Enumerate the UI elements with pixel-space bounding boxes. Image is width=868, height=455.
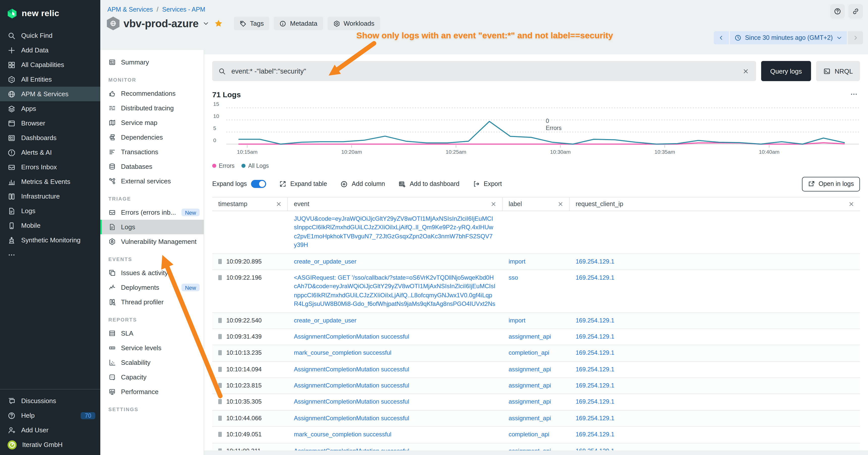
cell-label-link[interactable]: assignment_api <box>508 333 551 340</box>
table-row[interactable]: 10:10:23.815AssignmentCompletionMutation… <box>212 378 860 394</box>
open-in-logs-button[interactable]: Open in logs <box>802 176 860 191</box>
table-row[interactable]: 10:09:22.196<ASGIRequest: GET '/sso/call… <box>212 270 860 313</box>
sidebar-item-dashboards[interactable]: Dashboards <box>0 130 100 145</box>
cell-event-link[interactable]: AssignmentCompletionMutation successful <box>294 382 409 389</box>
subnav-item-service-levels[interactable]: Service levels <box>100 340 204 355</box>
sidebar-item-iterativ-gmbh[interactable]: Iterativ GmbH <box>0 437 100 452</box>
cell-event-link[interactable]: create_or_update_user <box>294 317 356 324</box>
expand-table-button[interactable]: Expand table <box>279 181 327 188</box>
table-row[interactable]: 10:10:14.094AssignmentCompletionMutation… <box>212 361 860 378</box>
cell-label-link[interactable]: assignment_api <box>508 398 551 405</box>
nrql-button[interactable]: NRQL <box>816 61 860 81</box>
cell-label-link[interactable]: assignment_api <box>508 447 551 451</box>
subnav-item-sla[interactable]: SLA <box>100 326 204 340</box>
cell-event-link[interactable]: create_or_update_user <box>294 258 356 265</box>
breadcrumb-link-services-apm[interactable]: Services - APM <box>162 6 206 13</box>
sidebar-item-apps[interactable]: Apps <box>0 101 100 116</box>
remove-request-client-ip-column-button[interactable] <box>848 200 855 207</box>
table-row[interactable]: 10:09:22.540create_or_update_userimport1… <box>212 313 860 329</box>
sidebar-item-synthetic-monitoring[interactable]: Synthetic Monitoring <box>0 233 100 248</box>
time-forward-button[interactable] <box>848 31 863 44</box>
cell-event-link[interactable]: mark_course_completion successful <box>294 431 392 438</box>
subnav-item-performance[interactable]: Performance <box>100 385 204 399</box>
entity-switcher-chevron-icon[interactable] <box>203 20 209 27</box>
add-to-dashboard-button[interactable]: Add to dashboard <box>398 180 460 188</box>
subnav-item-scalability[interactable]: Scalability <box>100 355 204 370</box>
cell-label-link[interactable]: import <box>508 317 526 324</box>
table-row[interactable]: 10:11:00.311AssignmentCompletionMutation… <box>212 443 860 451</box>
cell-event-link[interactable]: AssignmentCompletionMutation successful <box>294 365 409 372</box>
table-row[interactable]: 10:10:44.066AssignmentCompletionMutation… <box>212 411 860 427</box>
cell-ip-link[interactable]: 169.254.129.1 <box>576 317 615 324</box>
tags-button[interactable]: Tags <box>234 17 270 30</box>
cell-ip-link[interactable]: 169.254.129.1 <box>576 274 615 281</box>
subnav-item-errors-errors-inb[interactable]: Errors (errors inb...New <box>100 205 204 220</box>
sidebar-item-infrastructure[interactable]: Infrastructure <box>0 189 100 203</box>
permalink-button[interactable] <box>848 4 863 19</box>
subnav-item-recommendations[interactable]: Recommendations <box>100 86 204 101</box>
cell-ip-link[interactable]: 169.254.129.1 <box>576 258 615 265</box>
cell-event-link[interactable]: AssignmentCompletionMutation successful <box>294 415 409 422</box>
cell-label-link[interactable]: assignment_api <box>508 382 551 389</box>
table-row[interactable]: JUQVU&code=eyJraWQiOiJjcGltY29yZV8wOTI1M… <box>212 211 860 254</box>
cell-label-link[interactable]: assignment_api <box>508 365 551 372</box>
metadata-button[interactable]: Metadata <box>274 17 323 30</box>
cell-ip-link[interactable]: 169.254.129.1 <box>576 398 615 405</box>
favorite-star-icon[interactable] <box>214 19 223 28</box>
help-circle-button[interactable] <box>830 4 845 19</box>
sidebar-item-discussions[interactable]: Discussions <box>0 393 100 408</box>
logs-chart[interactable]: 05101510:15am10:20am10:25am10:30am10:35a… <box>212 101 860 161</box>
sidebar-item-all-entities[interactable]: All Entities <box>0 72 100 87</box>
subnav-item-transactions[interactable]: Transactions <box>100 144 204 159</box>
cell-ip-link[interactable]: 169.254.129.1 <box>576 382 615 389</box>
sidebar-item-mobile[interactable]: Mobile <box>0 218 100 233</box>
sidebar-item-quick-find[interactable]: Quick Find <box>0 28 100 43</box>
cell-event-link[interactable]: JUQVU&code=eyJraWQiOiJjcGltY29yZV8wOTI1M… <box>294 215 493 249</box>
legend-item-all-logs[interactable]: All Logs <box>242 163 269 169</box>
cell-ip-link[interactable]: 169.254.129.1 <box>576 415 615 422</box>
subnav-item-deployments[interactable]: DeploymentsNew <box>100 280 204 295</box>
cell-label-link[interactable]: import <box>508 258 526 265</box>
cell-event-link[interactable]: AssignmentCompletionMutation successful <box>294 333 409 340</box>
sidebar-item-add-user[interactable]: Add User <box>0 423 100 437</box>
sidebar-item-errors-inbox[interactable]: Errors Inbox <box>0 160 100 174</box>
sidebar-item-metrics-events[interactable]: Metrics & Events <box>0 174 100 189</box>
query-logs-button[interactable]: Query logs <box>761 61 811 81</box>
breadcrumb-link-apm-services[interactable]: APM & Services <box>107 6 153 13</box>
subnav-item-summary[interactable]: Summary <box>100 55 204 69</box>
subnav-item-dependencies[interactable]: Dependencies <box>100 130 204 144</box>
expand-logs-toggle[interactable] <box>251 180 266 188</box>
cell-ip-link[interactable]: 169.254.129.1 <box>576 431 615 438</box>
sidebar-item-logs[interactable]: Logs <box>0 203 100 218</box>
time-range-button[interactable]: Since 30 minutes ago (GMT+2) <box>730 31 847 44</box>
panel-menu-button[interactable] <box>848 89 860 99</box>
table-row[interactable]: 10:09:20.895create_or_update_userimport1… <box>212 254 860 270</box>
cell-event-link[interactable]: AssignmentCompletionMutation successful <box>294 447 409 451</box>
sidebar-item-apm-services[interactable]: APM & Services <box>0 87 100 101</box>
sidebar-item-alerts-ai[interactable]: Alerts & AI <box>0 145 100 160</box>
subnav-item-service-map[interactable]: Service map <box>100 116 204 130</box>
subnav-item-issues-activity[interactable]: Issues & activity <box>100 265 204 280</box>
table-row[interactable]: 10:10:13.235mark_course_completion succe… <box>212 346 860 362</box>
sidebar-item-help[interactable]: Help70 <box>0 408 100 423</box>
cell-label-link[interactable]: assignment_api <box>508 415 551 422</box>
subnav-item-capacity[interactable]: Capacity <box>100 370 204 385</box>
subnav-item-vulnerability-management[interactable]: Vulnerability Management <box>100 234 204 249</box>
sidebar-item-browser[interactable]: Browser <box>0 116 100 130</box>
cell-label-link[interactable]: completion_api <box>508 431 549 438</box>
cell-label-link[interactable]: completion_api <box>508 350 549 357</box>
sidebar-item-add-data[interactable]: Add Data <box>0 43 100 58</box>
cell-event-link[interactable]: <ASGIRequest: GET '/sso/callback/?state=… <box>294 274 496 307</box>
cell-ip-link[interactable]: 169.254.129.1 <box>576 350 615 357</box>
clear-query-button[interactable] <box>742 67 750 75</box>
logs-query-input[interactable] <box>230 67 737 75</box>
cell-ip-link[interactable]: 169.254.129.1 <box>576 365 615 372</box>
subnav-item-distributed-tracing[interactable]: Distributed tracing <box>100 101 204 116</box>
remove-label-column-button[interactable] <box>557 200 564 207</box>
subnav-item-databases[interactable]: Databases <box>100 159 204 174</box>
cell-event-link[interactable]: AssignmentCompletionMutation successful <box>294 398 409 405</box>
subnav-item-logs[interactable]: Logs <box>100 220 204 234</box>
subnav-item-thread-profiler[interactable]: Thread profiler <box>100 295 204 310</box>
table-row[interactable]: 10:10:35.305AssignmentCompletionMutation… <box>212 394 860 411</box>
add-column-button[interactable]: Add column <box>340 180 385 188</box>
